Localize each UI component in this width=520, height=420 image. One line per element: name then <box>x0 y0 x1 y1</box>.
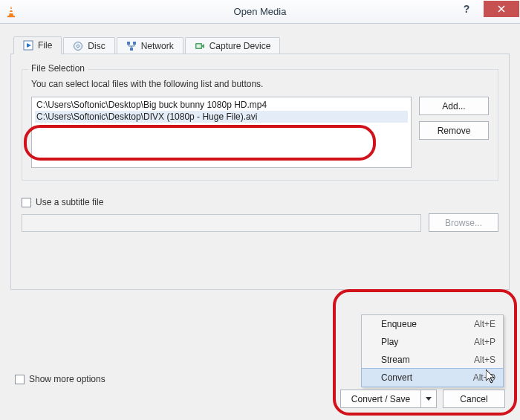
svg-marker-0 <box>9 6 13 16</box>
menu-item-label: Play <box>381 337 452 347</box>
file-play-icon <box>23 40 33 51</box>
menu-item-stream[interactable]: StreamAlt+S <box>362 351 503 369</box>
subtitle-checkbox[interactable] <box>22 198 31 207</box>
tab-file-label: File <box>38 40 52 51</box>
svg-rect-1 <box>10 9 13 10</box>
convert-save-dropdown[interactable] <box>420 390 437 408</box>
tab-disc[interactable]: Disc <box>63 37 114 54</box>
svg-rect-10 <box>130 48 133 51</box>
capture-icon <box>195 41 205 51</box>
subtitle-path-field <box>22 214 421 232</box>
menu-item-shortcut: Alt+E <box>474 319 495 329</box>
window-title: Open Media <box>0 6 520 17</box>
browse-button-label: Browse... <box>445 218 482 228</box>
tab-network[interactable]: Network <box>117 37 183 54</box>
add-button-label: Add... <box>442 101 465 112</box>
chevron-down-icon <box>426 397 432 401</box>
svg-rect-3 <box>7 16 15 17</box>
show-more-checkbox[interactable] <box>15 375 25 384</box>
disc-icon <box>73 41 83 51</box>
file-list-item[interactable]: C:\Users\Softonic\Desktop\DIVX (1080p - … <box>35 111 408 123</box>
tab-disc-label: Disc <box>88 41 105 51</box>
svg-rect-8 <box>127 42 130 45</box>
bottom-button-row: Convert / Save Cancel <box>340 390 505 408</box>
client-area: File Disc Network Capture Device File Se… <box>0 24 520 420</box>
convert-save-split-button: Convert / Save <box>340 390 437 408</box>
close-icon <box>497 4 506 13</box>
tab-body: File Selection You can select local file… <box>10 54 510 290</box>
file-list-item[interactable]: C:\Users\Softonic\Desktop\Big buck bunny… <box>35 99 408 111</box>
help-button[interactable]: ? <box>449 0 484 18</box>
title-bar: Open Media ? <box>0 0 520 24</box>
remove-button-label: Remove <box>438 126 471 136</box>
tab-file[interactable]: File <box>13 36 62 54</box>
tab-strip: File Disc Network Capture Device <box>13 34 510 54</box>
menu-item-label: Convert <box>381 372 451 383</box>
convert-save-button[interactable]: Convert / Save <box>340 390 420 408</box>
network-icon <box>126 41 137 51</box>
vlc-cone-icon <box>4 5 18 19</box>
svg-rect-9 <box>133 42 136 45</box>
file-list[interactable]: C:\Users\Softonic\Desktop\Big buck bunny… <box>31 97 412 168</box>
svg-point-7 <box>77 45 79 47</box>
tab-capture[interactable]: Capture Device <box>185 37 281 54</box>
remove-button[interactable]: Remove <box>419 121 489 140</box>
convert-save-label: Convert / Save <box>351 394 410 404</box>
show-more-label: Show more options <box>29 374 105 384</box>
file-selection-help: You can select local files with the foll… <box>31 79 489 89</box>
menu-item-shortcut: Alt+O <box>473 372 495 383</box>
menu-item-enqueue[interactable]: EnqueueAlt+E <box>362 315 503 333</box>
subtitle-label: Use a subtitle file <box>36 197 103 207</box>
file-selection-legend: File Selection <box>28 63 88 74</box>
menu-item-shortcut: Alt+P <box>474 337 495 347</box>
menu-item-convert[interactable]: ConvertAlt+O <box>361 368 504 387</box>
menu-item-play[interactable]: PlayAlt+P <box>362 333 503 351</box>
menu-item-shortcut: Alt+S <box>474 355 495 365</box>
tab-capture-label: Capture Device <box>209 41 271 51</box>
file-selection-group: File Selection You can select local file… <box>22 69 498 181</box>
cancel-button[interactable]: Cancel <box>443 390 505 408</box>
add-button[interactable]: Add... <box>419 97 489 115</box>
svg-rect-12 <box>196 45 201 48</box>
cancel-button-label: Cancel <box>460 394 487 404</box>
convert-save-menu: EnqueueAlt+EPlayAlt+PStreamAlt+SConvertA… <box>361 314 504 387</box>
svg-rect-2 <box>9 12 13 13</box>
tab-network-label: Network <box>141 41 174 51</box>
menu-item-label: Stream <box>381 355 452 365</box>
menu-item-label: Enqueue <box>381 319 452 329</box>
browse-button: Browse... <box>429 213 498 232</box>
close-button[interactable] <box>484 1 519 17</box>
